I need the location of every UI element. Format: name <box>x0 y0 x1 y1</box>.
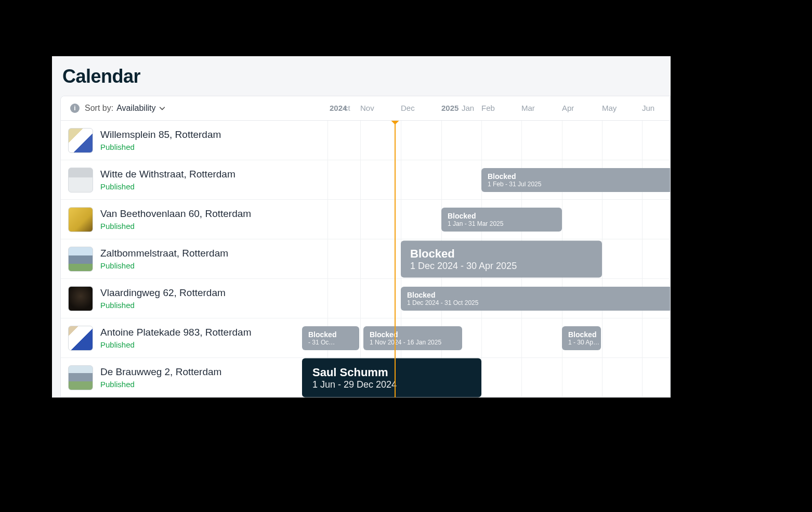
booking-block[interactable]: Saul Schumm1 Jun - 29 Dec 2024 <box>302 358 481 397</box>
month-label: Jun <box>642 104 654 112</box>
year-label: 2025 <box>441 104 459 112</box>
blocked-block[interactable]: Blocked- 31 Oc… <box>302 326 359 350</box>
property-name: Zaltbommelstraat, Rotterdam <box>100 248 228 260</box>
property-row: Van Beethovenlaan 60, RotterdamPublished… <box>61 200 670 239</box>
property-thumbnail[interactable] <box>68 207 93 232</box>
property-row: Zaltbommelstraat, RotterdamPublishedBloc… <box>61 239 670 279</box>
block-title: Blocked <box>370 330 456 339</box>
property-name: Witte de Withstraat, Rotterdam <box>100 169 235 181</box>
block-dates: 1 Dec 2024 - 31 Oct 2025 <box>407 299 671 306</box>
property-status: Published <box>100 340 251 349</box>
block-dates: 1 Feb - 31 Jul 2025 <box>488 181 671 188</box>
info-icon[interactable]: i <box>70 104 80 113</box>
property-cell[interactable]: Witte de Withstraat, RotterdamPublished <box>61 168 275 193</box>
month-label: Mar <box>521 104 535 112</box>
block-dates: 1 Jun - 29 Dec 2024 <box>312 379 471 390</box>
property-cell[interactable]: De Brauwweg 2, RotterdamPublished <box>61 365 275 390</box>
year-label: 2024 <box>330 104 347 112</box>
chevron-down-icon[interactable] <box>159 105 166 112</box>
property-row: Vlaardingweg 62, RotterdamPublishedBlock… <box>61 279 670 318</box>
blocked-block[interactable]: Blocked1 - 30 Ap… <box>562 326 601 350</box>
month-label: May <box>602 104 617 112</box>
block-title: Saul Schumm <box>312 365 471 379</box>
page-title: Calendar <box>52 56 671 96</box>
block-dates: 1 Dec 2024 - 30 Apr 2025 <box>410 260 593 271</box>
property-thumbnail[interactable] <box>68 128 93 153</box>
block-dates: 1 - 30 Ap… <box>568 339 595 346</box>
property-row: De Brauwweg 2, RotterdamPublishedSaul Sc… <box>61 358 670 398</box>
property-name: Antoine Platekade 983, Rotterdam <box>100 327 251 339</box>
month-label: Nov <box>360 104 374 112</box>
block-title: Blocked <box>568 330 595 339</box>
block-title: Blocked <box>410 247 593 260</box>
calendar-card: i Sort by: Availability 2024ctNovDec2025… <box>60 96 671 398</box>
property-cell[interactable]: Vlaardingweg 62, RotterdamPublished <box>61 286 275 311</box>
blocked-block[interactable]: Blocked1 Dec 2024 - 31 Oct 2025 <box>401 287 671 311</box>
property-thumbnail[interactable] <box>68 365 93 390</box>
property-cell[interactable]: Van Beethovenlaan 60, RotterdamPublished <box>61 207 275 232</box>
block-dates: - 31 Oc… <box>308 339 353 346</box>
property-cell[interactable]: Willemsplein 85, RotterdamPublished <box>61 128 275 153</box>
month-label: ct <box>344 104 350 112</box>
block-dates: 1 Jan - 31 Mar 2025 <box>448 220 556 227</box>
month-label: Feb <box>481 104 495 112</box>
property-name: De Brauwweg 2, Rotterdam <box>100 366 221 378</box>
property-name: Van Beethovenlaan 60, Rotterdam <box>100 208 251 220</box>
blocked-block[interactable]: Blocked1 Dec 2024 - 30 Apr 2025 <box>401 240 602 277</box>
block-title: Blocked <box>407 291 671 299</box>
property-name: Willemsplein 85, Rotterdam <box>100 129 221 141</box>
month-label: Dec <box>401 104 415 112</box>
blocked-block[interactable]: Blocked1 Nov 2024 - 16 Jan 2025 <box>363 326 462 350</box>
property-cell[interactable]: Zaltbommelstraat, RotterdamPublished <box>61 247 275 272</box>
calendar-body: Willemsplein 85, RotterdamPublishedWitte… <box>61 121 670 398</box>
block-title: Blocked <box>488 172 671 181</box>
blocked-block[interactable]: Blocked1 Feb - 31 Jul 2025 <box>481 168 671 192</box>
property-row: Antoine Platekade 983, RotterdamPublishe… <box>61 318 670 358</box>
property-status: Published <box>100 301 226 310</box>
property-thumbnail[interactable] <box>68 168 93 193</box>
property-thumbnail[interactable] <box>68 326 93 351</box>
block-title: Blocked <box>448 212 556 220</box>
toolbar: i Sort by: Availability 2024ctNovDec2025… <box>61 96 670 121</box>
timeline-cell[interactable] <box>275 121 670 160</box>
today-line <box>395 120 396 398</box>
property-name: Vlaardingweg 62, Rotterdam <box>100 287 226 299</box>
blocked-block[interactable]: Blocked1 Jan - 31 Mar 2025 <box>441 208 562 232</box>
property-row: Willemsplein 85, RotterdamPublished <box>61 121 670 160</box>
property-thumbnail[interactable] <box>68 286 93 311</box>
property-thumbnail[interactable] <box>68 247 93 272</box>
month-label: Jan <box>462 104 474 112</box>
month-label: Apr <box>562 104 574 112</box>
block-dates: 1 Nov 2024 - 16 Jan 2025 <box>370 339 456 346</box>
property-status: Published <box>100 261 228 270</box>
property-status: Published <box>100 143 221 151</box>
property-status: Published <box>100 222 251 231</box>
sort-by-label: Sort by: <box>85 104 113 113</box>
property-row: Witte de Withstraat, RotterdamPublishedB… <box>61 160 670 200</box>
block-title: Blocked <box>308 330 353 339</box>
sort-by-value[interactable]: Availability <box>116 104 155 113</box>
property-status: Published <box>100 380 221 389</box>
property-cell[interactable]: Antoine Platekade 983, RotterdamPublishe… <box>61 326 275 351</box>
property-status: Published <box>100 182 235 191</box>
